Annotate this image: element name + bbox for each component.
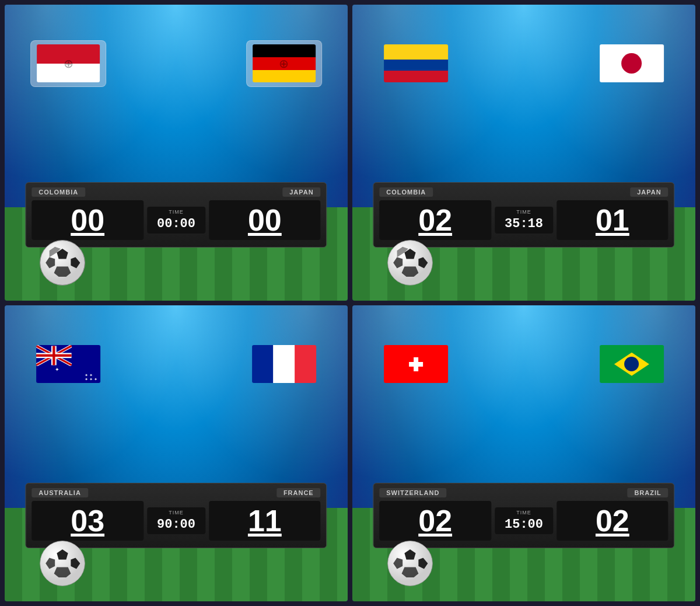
time-value: 35:18	[505, 217, 543, 231]
time-label: TIME	[516, 209, 531, 215]
flag-stripe	[253, 44, 316, 57]
soccer-ball	[387, 239, 433, 286]
zoom-icon: ⊕	[64, 57, 74, 71]
time-value: 00:00	[157, 217, 195, 231]
scoreboard-4: SWITZERLAND BRAZIL 02 TIME 15:00 02	[373, 483, 674, 548]
score-header: SWITZERLAND BRAZIL	[379, 488, 668, 497]
team2-score: 01	[596, 205, 629, 235]
team2-score: 11	[248, 506, 282, 536]
time-box: TIME 90:00	[147, 507, 205, 534]
brazil-diamond	[614, 353, 649, 376]
team1-score-box: 00	[32, 200, 144, 240]
team1-flag: ✦ ✦✦ ✦ ✦ ✦	[36, 345, 100, 383]
time-value: 15:00	[505, 517, 543, 532]
team1-flag-container	[378, 40, 454, 87]
time-label: TIME	[169, 510, 184, 516]
time-box: TIME 00:00	[147, 207, 205, 234]
match-panel-2: COLOMBIA JAPAN 02 TIME 35:18 01	[352, 5, 695, 301]
team2-flag-container	[594, 40, 670, 87]
team1-label: AUSTRALIA	[32, 488, 88, 497]
team2-flag	[600, 345, 664, 383]
team2-label: FRANCE	[276, 488, 321, 497]
match-panel-1: ⊕ ⊕ COLOMBIA JAPAN 00 TIME 00:00 00	[5, 5, 348, 301]
team2-score-box: 01	[556, 200, 668, 240]
team2-flag-container: ⊕	[246, 40, 322, 87]
team1-score-box: 02	[379, 501, 491, 541]
team1-label: SWITZERLAND	[379, 488, 446, 497]
team1-label: COLOMBIA	[379, 187, 433, 197]
team2-score-box: 02	[556, 501, 668, 541]
scoreboard-2: COLOMBIA JAPAN 02 TIME 35:18 01	[373, 182, 674, 248]
team2-score: 02	[596, 506, 629, 536]
flags-area	[378, 40, 670, 87]
team1-score: 02	[418, 205, 452, 235]
flag-stripe	[274, 345, 295, 383]
team2-flag	[252, 345, 316, 383]
time-label: TIME	[169, 209, 184, 215]
score-row: 00 TIME 00:00 00	[32, 200, 320, 240]
match-panel-3: ✦ ✦✦ ✦ ✦ ✦ AUSTRALIA FRANCE 03 TIME 90:0…	[5, 305, 348, 601]
team1-flag-container: ✦ ✦✦ ✦ ✦ ✦	[30, 341, 106, 388]
team1-flag-container: ⊕	[30, 40, 106, 87]
time-value: 90:00	[157, 517, 195, 532]
swiss-cross	[407, 356, 425, 373]
team2-score-box: 00	[209, 200, 321, 240]
team2-label: JAPAN	[282, 187, 320, 197]
team2-flag	[600, 44, 664, 82]
team2-flag-container	[594, 341, 670, 388]
soccer-ball	[39, 540, 86, 587]
team1-score: 02	[418, 506, 452, 536]
score-row: 03 TIME 90:00 11	[32, 501, 320, 541]
team1-flag	[384, 44, 448, 82]
flags-area: ✦ ✦✦ ✦ ✦ ✦	[30, 341, 322, 388]
team1-label: COLOMBIA	[32, 187, 85, 197]
team1-score: 00	[71, 205, 104, 235]
time-box: TIME 35:18	[495, 207, 553, 234]
score-header: AUSTRALIA FRANCE	[32, 488, 320, 497]
soccer-ball	[387, 540, 433, 587]
zoom-icon: ⊕	[279, 57, 289, 71]
scoreboard-1: COLOMBIA JAPAN 00 TIME 00:00 00	[25, 182, 327, 248]
scoreboard-3: AUSTRALIA FRANCE 03 TIME 90:00 11	[25, 483, 327, 548]
team2-label: JAPAN	[630, 187, 668, 197]
flags-area	[378, 341, 670, 388]
team2-flag-container	[246, 341, 322, 388]
flag-stripe	[252, 345, 274, 383]
team2-score: 00	[248, 205, 282, 235]
match-panel-4: SWITZERLAND BRAZIL 02 TIME 15:00 02	[352, 305, 695, 601]
team1-flag-container	[378, 341, 454, 388]
score-row: 02 TIME 15:00 02	[379, 501, 668, 541]
soccer-ball	[39, 239, 86, 286]
team1-score-box: 03	[32, 501, 144, 541]
flags-area: ⊕ ⊕	[30, 40, 322, 87]
team1-flag	[384, 345, 448, 383]
team1-score: 03	[71, 506, 104, 536]
flag-stripe	[253, 70, 316, 83]
time-label: TIME	[516, 510, 531, 516]
team1-score-box: 02	[379, 200, 491, 240]
team2-label: BRAZIL	[627, 488, 668, 497]
score-header: COLOMBIA JAPAN	[379, 187, 668, 197]
flag-stripe	[295, 345, 316, 383]
score-row: 02 TIME 35:18 01	[379, 200, 668, 240]
score-header: COLOMBIA JAPAN	[32, 187, 320, 197]
brazil-circle	[624, 357, 639, 371]
time-box: TIME 15:00	[495, 507, 553, 534]
team2-score-box: 11	[209, 501, 321, 541]
